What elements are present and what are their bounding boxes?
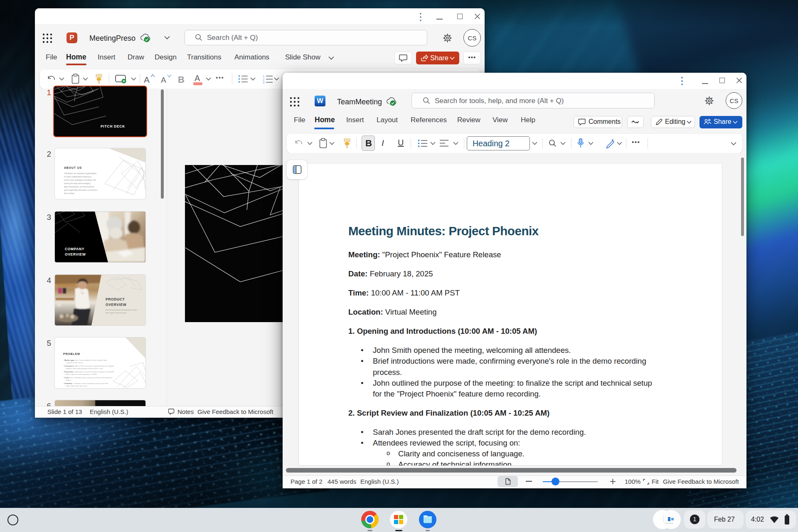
svg-text:to foster collaborative thinki: to foster collaborative thinking to (64, 176, 91, 178)
svg-text:OVERVIEW: OVERVIEW (65, 252, 86, 256)
svg-text:• Customers: 66% of US consume: • Customers: 66% of US consumers spend m… (63, 365, 114, 367)
svg-text:• Costs: loss of productivity: • Costs: loss of productivity costing co… (63, 377, 113, 379)
svg-text:customers like we do: customers like we do (66, 362, 83, 364)
svg-text:products that only partially r: products that only partially resolves th… (66, 367, 103, 369)
svg-text:PROBLEM: PROBLEM (63, 352, 80, 355)
svg-text:• Usability: customers want so: • Usability: customers want something ea… (63, 382, 108, 384)
svg-text:First beautifully designed pro: First beautifully designed product that'… (106, 309, 138, 311)
svg-text:ABOUT US: ABOUT US (64, 166, 82, 169)
svg-text:3: 3 (263, 81, 264, 84)
svg-text:agile frameworks, we help busi: agile frameworks, we help business (64, 186, 94, 188)
svg-text:dollars: dollars (66, 379, 71, 381)
svg-text:helps make their life easier: helps make their life easier (66, 385, 88, 387)
svg-text:PITCH DECK: PITCH DECK (101, 124, 125, 128)
svg-text:• Financials: millennials acco: • Financials: millennials account for ab… (63, 371, 114, 373)
svg-text:further drive workplace innova: further drive workplace innovation. By (64, 179, 96, 181)
svg-text:At Evitano, we empower organiz: At Evitano, we empower organizations (64, 172, 97, 175)
svg-text:both stylish and functional: both stylish and functional (106, 312, 127, 314)
svg-text:COMPANY: COMPANY (65, 247, 84, 251)
svg-text:first mindset.: first mindset. (64, 192, 75, 195)
svg-text:closing the loop and leveragin: closing the loop and leveraging (64, 182, 91, 185)
svg-text:PRODUCT: PRODUCT (106, 297, 125, 301)
svg-text:grow organically and foster a: grow organically and foster a consumer (64, 189, 98, 191)
svg-text:• Market gap: few, if any, pro: • Market gap: few, if any, products on t… (63, 359, 107, 361)
svg-text:OVERVIEW: OVERVIEW (106, 303, 127, 307)
svg-text:billion spent on other product: billion spent on other products in 2018 (66, 373, 97, 375)
